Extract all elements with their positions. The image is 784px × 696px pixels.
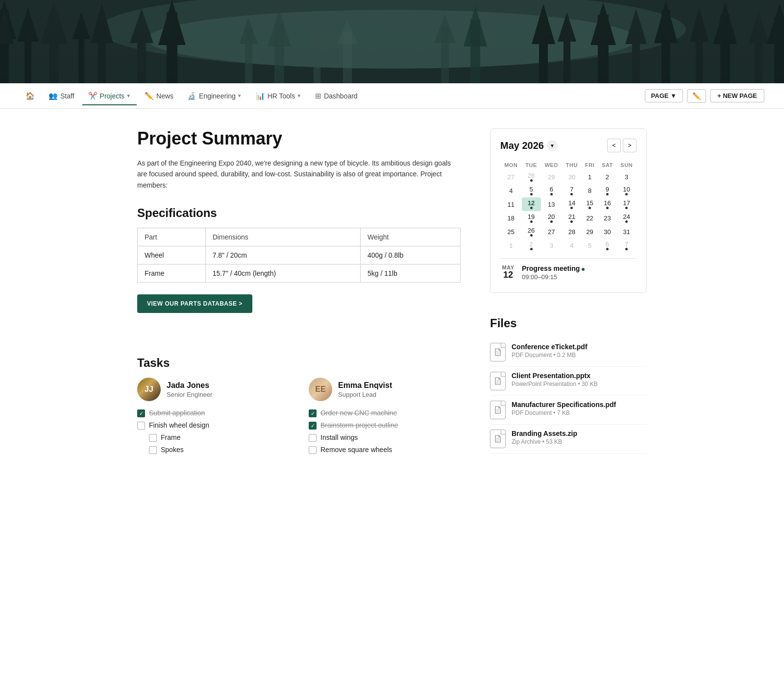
- calendar-day[interactable]: 1: [500, 239, 522, 252]
- person-info-jada: Jada Jones Senior Engineer: [167, 381, 212, 398]
- new-page-button[interactable]: + NEW PAGE: [710, 89, 764, 102]
- page-description: As part of the Engineering Expo 2040, we…: [137, 158, 456, 191]
- file-item[interactable]: Branding Assets.zip Zip Archive • 53 KB: [490, 425, 647, 454]
- left-column: Project Summary As part of the Engineeri…: [137, 128, 461, 458]
- cal-header-sat: SAT: [598, 160, 616, 170]
- file-name: Client Presentation.pptx: [512, 372, 598, 380]
- edit-button[interactable]: ✏️: [687, 89, 706, 103]
- calendar-day[interactable]: 5: [582, 239, 598, 252]
- calendar-widget: May 2026 ▼ < > MON TUE WED THU FRI SA: [490, 128, 647, 293]
- calendar-day[interactable]: 3: [616, 170, 637, 184]
- calendar-day[interactable]: 31: [616, 225, 637, 239]
- right-column: May 2026 ▼ < > MON TUE WED THU FRI SA: [490, 128, 647, 458]
- file-meta: PDF Document • 0.2 MB: [512, 352, 588, 359]
- calendar-day[interactable]: 26: [522, 225, 541, 239]
- task-checkbox-unchecked[interactable]: [309, 434, 317, 442]
- nav-home[interactable]: 🏠: [20, 88, 41, 105]
- nav-engineering[interactable]: 🔬 Engineering ▼: [181, 88, 248, 105]
- file-meta: Zip Archive • 53 KB: [512, 438, 577, 445]
- task-checkbox-checked[interactable]: ✓: [309, 409, 317, 417]
- nav-dashboard[interactable]: ⊞ Dashboard: [309, 88, 364, 105]
- calendar-day[interactable]: 19: [522, 211, 541, 225]
- calendar-prev-button[interactable]: <: [607, 139, 621, 152]
- table-row: Wheel 7.8" / 20cm 400g / 0.8lb: [138, 246, 461, 264]
- calendar-day[interactable]: 12: [522, 197, 541, 211]
- file-item[interactable]: Manufacturer Specifications.pdf PDF Docu…: [490, 396, 647, 425]
- page-button[interactable]: PAGE ▼: [645, 89, 683, 102]
- file-item[interactable]: Client Presentation.pptx PowerPoint Pres…: [490, 367, 647, 396]
- calendar-dropdown-button[interactable]: ▼: [547, 140, 558, 151]
- staff-icon: 👥: [49, 92, 58, 100]
- calendar-day[interactable]: 7: [562, 184, 582, 197]
- calendar-day[interactable]: 29: [541, 170, 563, 184]
- file-meta: PDF Document • 7 KB: [512, 409, 616, 416]
- calendar-day[interactable]: 22: [582, 211, 598, 225]
- dashboard-icon: ⊞: [315, 92, 321, 100]
- calendar-day[interactable]: 20: [541, 211, 563, 225]
- cal-header-fri: FRI: [582, 160, 598, 170]
- calendar-day[interactable]: 1: [582, 170, 598, 184]
- calendar-day[interactable]: 23: [598, 211, 616, 225]
- calendar-day[interactable]: 4: [500, 184, 522, 197]
- calendar-day[interactable]: 8: [582, 184, 598, 197]
- calendar-day[interactable]: 6: [541, 184, 563, 197]
- task-checkbox-unchecked[interactable]: [309, 446, 317, 454]
- task-checkbox-checked[interactable]: ✓: [309, 422, 317, 430]
- task-checkbox-checked[interactable]: ✓: [137, 409, 145, 417]
- calendar-title: May 2026 ▼: [500, 140, 558, 151]
- projects-icon: ✂️: [88, 92, 98, 100]
- calendar-day[interactable]: 17: [616, 197, 637, 211]
- calendar-day[interactable]: 15: [582, 197, 598, 211]
- calendar-day[interactable]: 13: [541, 197, 563, 211]
- person-role-emma: Support Lead: [338, 391, 392, 398]
- calendar-day[interactable]: 30: [598, 225, 616, 239]
- calendar-day[interactable]: 9: [598, 184, 616, 197]
- view-parts-database-button[interactable]: VIEW OUR PARTS DATABASE >: [137, 294, 252, 313]
- calendar-day[interactable]: 16: [598, 197, 616, 211]
- calendar-day[interactable]: 21: [562, 211, 582, 225]
- file-info: Manufacturer Specifications.pdf PDF Docu…: [512, 401, 616, 416]
- calendar-day[interactable]: 10: [616, 184, 637, 197]
- files-section: Files Conference eTicket.pdf PDF Documen…: [490, 316, 647, 454]
- file-item[interactable]: Conference eTicket.pdf PDF Document • 0.…: [490, 338, 647, 367]
- calendar-day[interactable]: 7: [616, 239, 637, 252]
- nav-staff[interactable]: 👥 Staff: [43, 88, 80, 105]
- calendar-day[interactable]: 29: [582, 225, 598, 239]
- event-date: MAY 12: [500, 264, 516, 280]
- calendar-day[interactable]: 2: [598, 170, 616, 184]
- calendar-day[interactable]: 27: [541, 225, 563, 239]
- calendar-nav: < >: [607, 139, 637, 152]
- file-icon: [490, 430, 506, 448]
- task-item: Install wings: [309, 433, 461, 442]
- task-person-jada: JJ Jada Jones Senior Engineer ✓ Submit a…: [137, 378, 289, 458]
- task-checkbox-unchecked[interactable]: [149, 434, 157, 442]
- task-checkbox-unchecked[interactable]: [149, 446, 157, 454]
- person-header-jada: JJ Jada Jones Senior Engineer: [137, 378, 289, 401]
- calendar-day[interactable]: 4: [562, 239, 582, 252]
- hrtools-icon: 📊: [256, 92, 265, 100]
- calendar-day[interactable]: 3: [541, 239, 563, 252]
- nav-news[interactable]: ✏️ News: [139, 88, 179, 105]
- avatar-jada: JJ: [137, 378, 161, 401]
- calendar-day[interactable]: 14: [562, 197, 582, 211]
- calendar-day[interactable]: 25: [500, 225, 522, 239]
- calendar-day[interactable]: 11: [500, 197, 522, 211]
- calendar-day[interactable]: 27: [500, 170, 522, 184]
- calendar-day[interactable]: 6: [598, 239, 616, 252]
- calendar-day[interactable]: 30: [562, 170, 582, 184]
- calendar-day[interactable]: 28: [522, 170, 541, 184]
- file-icon: [490, 372, 506, 390]
- calendar-day[interactable]: 18: [500, 211, 522, 225]
- nav-hrtools[interactable]: 📊 HR Tools ▼: [250, 88, 307, 105]
- task-label: Spokes: [161, 446, 184, 454]
- tasks-title: Tasks: [137, 356, 461, 370]
- calendar-day[interactable]: 2: [522, 239, 541, 252]
- engineering-icon: 🔬: [187, 92, 196, 100]
- calendar-day[interactable]: 28: [562, 225, 582, 239]
- calendar-day[interactable]: 5: [522, 184, 541, 197]
- calendar-day[interactable]: 24: [616, 211, 637, 225]
- nav-projects[interactable]: ✂️ Projects ▼: [82, 88, 137, 105]
- calendar-next-button[interactable]: >: [623, 139, 637, 152]
- task-item: ✓ Order new CNC machine: [309, 409, 461, 417]
- task-checkbox-unchecked[interactable]: [137, 422, 145, 430]
